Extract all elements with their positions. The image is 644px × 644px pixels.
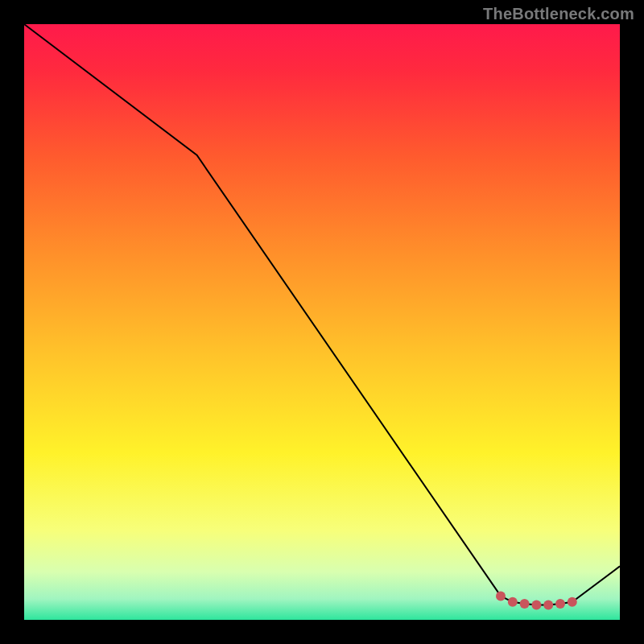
plot-background [24, 24, 620, 620]
highlight-marker [531, 601, 541, 610]
highlight-marker [508, 597, 518, 607]
chart-container: TheBottleneck.com [0, 0, 644, 644]
watermark-label: TheBottleneck.com [483, 5, 634, 23]
highlight-marker [555, 599, 565, 609]
highlight-marker [496, 591, 506, 601]
bottleneck-chart [0, 0, 644, 644]
highlight-marker [520, 599, 530, 609]
highlight-marker [568, 597, 577, 607]
highlight-marker [543, 601, 553, 610]
